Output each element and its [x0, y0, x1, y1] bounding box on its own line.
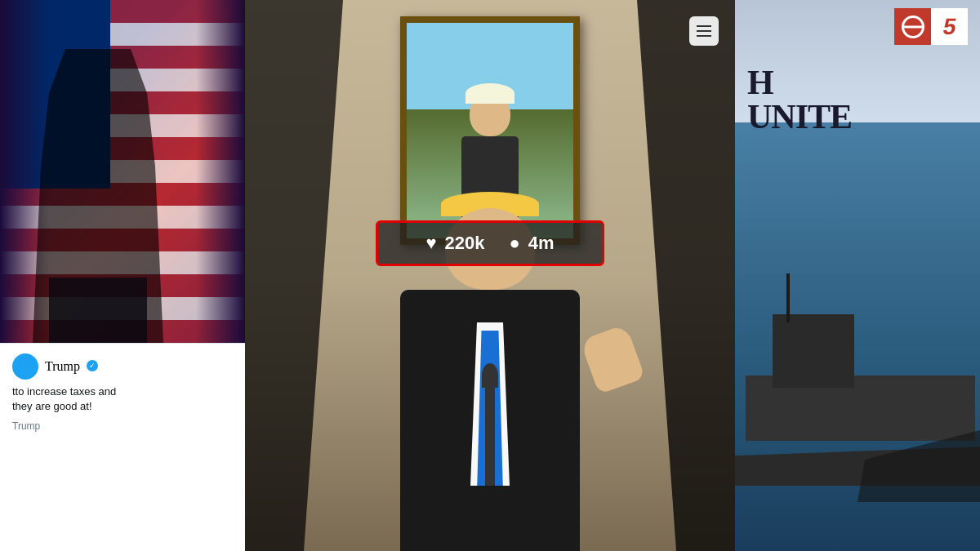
microphone-head — [482, 363, 498, 388]
logo-box-white: 5 — [931, 8, 968, 45]
tweet-name-area: Trump — [45, 359, 98, 374]
heart-icon: ♥ — [425, 233, 436, 254]
likes-count: 220k — [445, 233, 485, 254]
right-title-text: H UNITE — [747, 65, 968, 134]
share-icon — [697, 25, 711, 37]
comments-count: 4m — [528, 233, 555, 254]
ship-tower — [773, 314, 854, 388]
logo-box-red — [894, 8, 931, 45]
likes-group: ♥ 220k — [425, 233, 484, 254]
share-line-3 — [697, 35, 711, 37]
share-line-1 — [697, 25, 711, 27]
share-line-2 — [697, 30, 711, 32]
right-panel: 5 H UNITE — [735, 0, 980, 551]
stats-overlay-box: ♥ 220k ● 4m — [376, 220, 604, 266]
curtain-right — [196, 0, 245, 343]
tweet-section: Trump tto increase taxes and they are go… — [0, 343, 245, 551]
verified-badge — [87, 360, 98, 371]
left-panel: Trump tto increase taxes and they are go… — [0, 0, 245, 551]
logo-globe-icon — [902, 16, 924, 38]
tweet-text: tto increase taxes and they are good at! — [12, 384, 233, 414]
share-button[interactable] — [689, 16, 719, 46]
portrait-head — [470, 91, 510, 136]
avatar — [12, 353, 38, 380]
left-panel-image — [0, 0, 245, 343]
center-photo: ♥ 220k ● 4m — [245, 0, 735, 551]
comments-group: ● 4m — [509, 233, 554, 254]
tweet-author: Trump — [12, 353, 233, 380]
right-title: H UNITE — [747, 65, 968, 134]
logo-area: 5 — [894, 8, 968, 45]
tweet-handle: Trump — [45, 359, 98, 374]
microphone — [485, 388, 495, 486]
tweet-footer: Trump — [12, 420, 233, 432]
ship-antenna — [786, 273, 790, 322]
logo-number: 5 — [941, 14, 958, 40]
portrait-hair — [466, 83, 514, 104]
comment-icon: ● — [509, 233, 519, 254]
right-image: 5 H UNITE — [735, 0, 980, 551]
center-panel: ♥ 220k ● 4m — [245, 0, 735, 551]
